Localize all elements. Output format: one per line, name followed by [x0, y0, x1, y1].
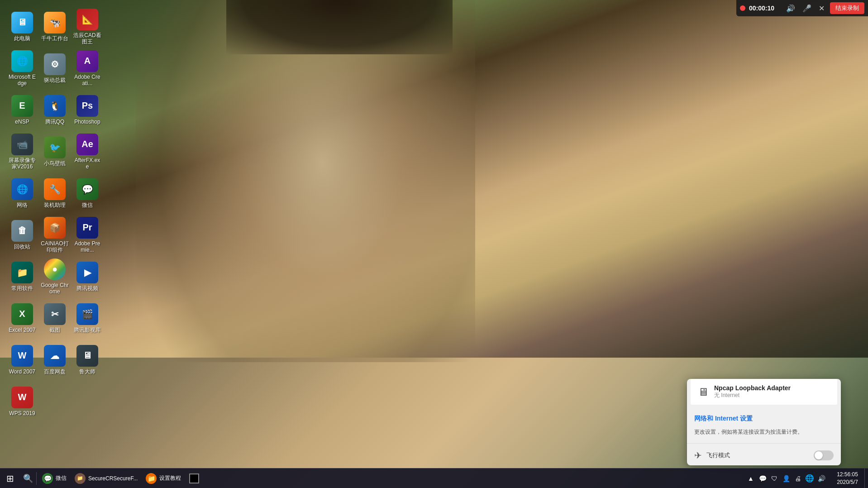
- desktop-icon-setup-helper[interactable]: 🔧装机助理: [39, 173, 71, 214]
- baidu-label: 百度网盘: [44, 368, 66, 375]
- desktop-icon-premiere[interactable]: PrAdobe Premie...: [72, 215, 103, 255]
- screenshot-icon: ✂: [44, 303, 66, 325]
- taskbar-securecr-label: SecureCRSecureF...: [88, 475, 138, 482]
- network-adapter-item[interactable]: 🖥 Npcap Loopback Adapter 无 Internet: [691, 379, 837, 405]
- airplane-toggle[interactable]: [814, 450, 834, 460]
- network-label: 网络: [17, 202, 28, 208]
- tray-wechat-icon[interactable]: 💬: [757, 473, 768, 484]
- desktop-icon-trash[interactable]: 🗑回收站: [6, 215, 38, 255]
- adapter-name: Npcap Loopback Adapter: [714, 384, 791, 392]
- chrome-icon: ●: [44, 258, 66, 280]
- photoshop-label: Photoshop: [74, 119, 100, 125]
- tray-volume-icon[interactable]: 🔊: [816, 473, 827, 484]
- wps-icon: W: [11, 387, 33, 408]
- clock-time: 12:56:05: [837, 471, 858, 478]
- tencent-movie-label: 腾讯影视库: [74, 327, 101, 333]
- tray-shield-icon[interactable]: 🛡: [769, 473, 780, 484]
- desktop-icon-screenshot[interactable]: ✂截图: [39, 298, 71, 339]
- premiere-icon: Pr: [76, 217, 98, 239]
- driver-label: 驱动总裁: [44, 77, 66, 83]
- word-icon: W: [11, 345, 33, 367]
- desktop-icon-tencent-movie[interactable]: 🎬腾讯影视库: [72, 298, 103, 339]
- desktop-icon-ludashu[interactable]: 🖥鲁大师: [72, 340, 103, 380]
- start-button[interactable]: ⊞: [0, 469, 20, 488]
- wechat-icon: 💬: [76, 178, 98, 200]
- tencent-movie-icon: 🎬: [76, 303, 98, 325]
- desktop-icon-qianniu[interactable]: 🐄千牛工作台: [39, 6, 71, 47]
- recording-end-button[interactable]: 结束录制: [830, 2, 864, 14]
- recording-dot: [740, 5, 745, 11]
- desktop-icon-cainiao[interactable]: 📦CAINIAO打印组件: [39, 215, 71, 255]
- desktop-icon-wps[interactable]: WWPS 2019: [6, 381, 38, 422]
- chrome-label: Google Chrome: [41, 282, 69, 295]
- taskbar-settings-icon: 📁: [146, 473, 157, 484]
- desktop-icon-word[interactable]: WWord 2007: [6, 340, 38, 380]
- afterfx-icon: Ae: [76, 134, 98, 155]
- desktop-icon-edge[interactable]: 🌐Microsoft Edge: [6, 48, 38, 89]
- wallpaper-figure: [136, 0, 475, 362]
- desktop-icon-afterfx[interactable]: AeAfterFX.exe: [72, 131, 103, 172]
- screenshot-label: 截图: [49, 327, 60, 333]
- volume-icon[interactable]: 🔊: [784, 3, 797, 14]
- desktop-icons-grid: 🖥此电脑🐄千牛工作台📐浩辰CAD看图王🌐Microsoft Edge⚙驱动总裁A…: [5, 5, 104, 362]
- word-label: Word 2007: [9, 368, 35, 375]
- recording-close-icon[interactable]: ✕: [817, 3, 826, 14]
- desktop-icon-network[interactable]: 🌐网络: [6, 173, 38, 214]
- desktop-icon-cad[interactable]: 📐浩辰CAD看图王: [72, 6, 103, 47]
- tray-expand-icon[interactable]: ▲: [745, 473, 756, 484]
- desktop-icon-common-apps[interactable]: 📁常用软件: [6, 256, 38, 297]
- desktop-icon-excel[interactable]: XExcel 2007: [6, 298, 38, 339]
- cad-label: 浩辰CAD看图王: [73, 32, 101, 45]
- wps-label: WPS 2019: [9, 410, 35, 416]
- search-button[interactable]: 🔍: [20, 469, 36, 488]
- tray-printer-icon[interactable]: 🖨: [792, 473, 803, 484]
- desktop-icon-photoshop[interactable]: PsPhotoshop: [72, 90, 103, 130]
- taskbar-item-wechat[interactable]: 💬 微信: [38, 470, 70, 487]
- wallpaper-label: 小鸟壁纸: [44, 160, 66, 167]
- desktop-icon-ensp[interactable]: EeNSP: [6, 90, 38, 130]
- recording-bar: 00:00:10 🔊 🎤 ✕ 结束录制: [736, 0, 868, 16]
- desktop-icon-tencent-video[interactable]: ▶腾讯视频: [72, 256, 103, 297]
- tray-user-icon[interactable]: 👤: [781, 473, 792, 484]
- pc-icon: 🖥: [11, 12, 33, 33]
- desktop-icon-baidu[interactable]: ☁百度网盘: [39, 340, 71, 380]
- baidu-icon: ☁: [44, 345, 66, 367]
- taskbar: ⊞ 🔍 💬 微信 📁 SecureCRSecureF... 📁 设置教程: [0, 468, 868, 488]
- taskbar-clock[interactable]: 12:56:05 2020/5/7: [830, 471, 864, 486]
- desktop-icon-qq[interactable]: 🐧腾讯QQ: [39, 90, 71, 130]
- afterfx-label: AfterFX.exe: [73, 157, 101, 170]
- cad-icon: 📐: [76, 9, 98, 30]
- network-settings-link[interactable]: 网络和 Internet 设置: [687, 409, 841, 428]
- desktop-icon-adobe-creative[interactable]: AAdobe Creati...: [72, 48, 103, 89]
- pc-label: 此电脑: [14, 35, 30, 42]
- taskbar-settings-label: 设置教程: [159, 474, 181, 482]
- recording-time: 00:00:10: [749, 5, 781, 12]
- wallpaper-icon: 🐦: [44, 137, 66, 158]
- taskbar-item-securecr[interactable]: 📁 SecureCRSecureF...: [71, 470, 141, 487]
- mic-icon[interactable]: 🎤: [801, 3, 813, 14]
- taskbar-item-settings[interactable]: 📁 设置教程: [142, 470, 185, 487]
- desktop-icon-driver[interactable]: ⚙驱动总裁: [39, 48, 71, 89]
- screen-recorder-icon: 📹: [11, 134, 33, 155]
- taskbar-wechat-label: 微信: [56, 474, 67, 482]
- adapter-status: 无 Internet: [714, 392, 791, 399]
- ludashu-label: 鲁大师: [79, 368, 95, 375]
- premiere-label: Adobe Premie...: [73, 240, 101, 254]
- desktop-icon-screen-recorder[interactable]: 📹屏幕录像专家V2016: [6, 131, 38, 172]
- tray-network-icon[interactable]: 🌐: [804, 473, 815, 484]
- airplane-mode-row[interactable]: ✈ 飞行模式: [687, 445, 841, 465]
- taskbar-items: 💬 微信 📁 SecureCRSecureF... 📁 设置教程: [37, 470, 742, 487]
- network-icon: 🌐: [11, 178, 33, 200]
- desktop-icon-pc[interactable]: 🖥此电脑: [6, 6, 38, 47]
- common-apps-label: 常用软件: [11, 285, 33, 292]
- show-desktop-button[interactable]: [864, 469, 868, 488]
- edge-icon: 🌐: [11, 50, 33, 72]
- trash-icon: 🗑: [11, 220, 33, 242]
- taskbar-item-black[interactable]: [186, 470, 205, 487]
- airplane-icon: ✈: [694, 450, 702, 461]
- taskbar-securecr-icon: 📁: [75, 473, 86, 484]
- desktop-icon-wallpaper[interactable]: 🐦小鸟壁纸: [39, 131, 71, 172]
- desktop-icon-chrome[interactable]: ●Google Chrome: [39, 256, 71, 297]
- driver-icon: ⚙: [44, 53, 66, 75]
- desktop-icon-wechat[interactable]: 💬微信: [72, 173, 103, 214]
